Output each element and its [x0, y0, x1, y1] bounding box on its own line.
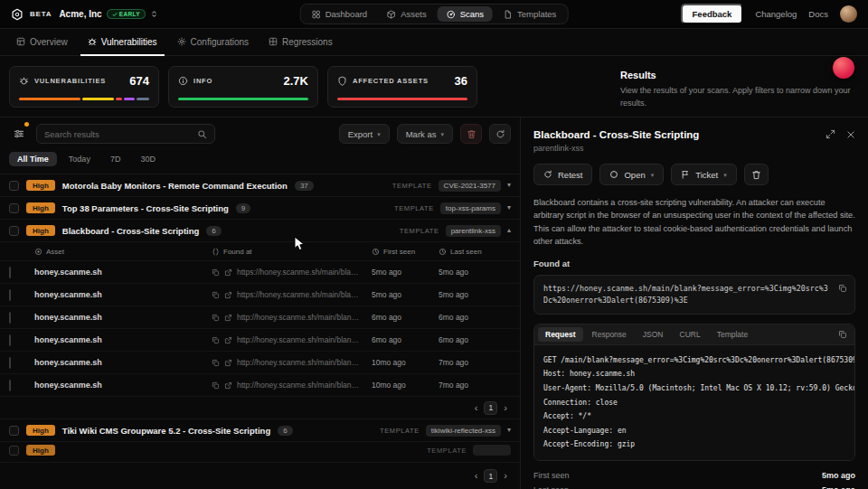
result-row[interactable]: honey.scanme.sh http://honey.scanme.sh/m… — [0, 374, 520, 397]
column-header-first-seen[interactable]: First seen — [383, 248, 415, 256]
found-at-url[interactable]: http://honey.scanme.sh/main/blank?messag… — [237, 358, 363, 367]
chevron-down-icon[interactable]: ▾ — [507, 204, 511, 212]
search-input[interactable] — [44, 129, 197, 139]
prev-page-icon[interactable]: ‹ — [475, 403, 478, 413]
tab-vulnerabilities[interactable]: Vulnerabilities — [80, 29, 165, 56]
nav-item-assets[interactable]: Assets — [378, 6, 436, 22]
column-header-found-at[interactable]: Found at — [223, 248, 252, 256]
column-header-asset[interactable]: Asset — [46, 248, 64, 256]
ticket-button[interactable]: Ticket ▾ — [671, 164, 737, 185]
user-avatar[interactable] — [840, 5, 857, 23]
retest-button[interactable]: Retest — [533, 164, 592, 185]
row-checkbox[interactable] — [9, 289, 11, 301]
time-filter-today[interactable]: Today — [61, 152, 99, 166]
tab-request[interactable]: Request — [538, 327, 583, 342]
row-checkbox[interactable] — [9, 426, 19, 436]
external-link-icon[interactable] — [224, 314, 232, 322]
chevron-up-icon[interactable]: ▴ — [507, 227, 511, 234]
tab-curl[interactable]: CURL — [673, 327, 708, 342]
row-checkbox[interactable] — [9, 267, 11, 278]
row-checkbox[interactable] — [9, 446, 19, 456]
page-number[interactable]: 1 — [484, 469, 497, 483]
time-filter-7d[interactable]: 7D — [102, 152, 129, 166]
nav-label: Dashboard — [326, 9, 367, 19]
result-row[interactable]: honey.scanme.sh http://honey.scanme.sh/m… — [0, 329, 520, 352]
vulnerability-row-partial[interactable]: High TEMPLATE — [0, 442, 520, 458]
time-filter-30d[interactable]: 30D — [132, 152, 164, 166]
row-checkbox[interactable] — [9, 181, 19, 191]
request-code[interactable]: GET /main/blank?message_error=%3Cimg%20s… — [534, 345, 854, 460]
vulnerability-row[interactable]: High Tiki Wiki CMS Groupware 5.2 - Cross… — [0, 419, 520, 442]
delete-result-button[interactable] — [744, 164, 769, 185]
tab-configurations[interactable]: Configurations — [170, 29, 256, 56]
vulnerability-row[interactable]: High Top 38 Parameters - Cross-Site Scri… — [0, 197, 520, 220]
result-row[interactable]: honey.scanme.sh https://honey.scanme.sh/… — [0, 284, 520, 306]
vulnerability-row-expanded[interactable]: High Blackboard - Cross-Site Scripting 6… — [0, 220, 520, 242]
org-switcher[interactable]: Acme, Inc EARLY — [59, 9, 158, 19]
found-at-url[interactable]: http://honey.scanme.sh/main/blank?messag… — [237, 381, 363, 390]
vulnerability-row[interactable]: High Motorola Baby Monitors - Remote Com… — [0, 174, 520, 197]
close-icon[interactable] — [846, 130, 855, 139]
tab-json[interactable]: JSON — [636, 327, 671, 342]
column-header-last-seen[interactable]: Last seen — [450, 248, 482, 256]
filter-button[interactable] — [9, 124, 29, 144]
found-at-url[interactable]: https://honey.scanme.sh/main/blank?messa… — [543, 284, 828, 305]
changelog-link[interactable]: Changelog — [755, 9, 797, 19]
copy-icon[interactable] — [212, 291, 220, 299]
support-launcher-button[interactable] — [833, 57, 854, 79]
docs-link[interactable]: Docs — [808, 9, 828, 19]
chevron-down-icon[interactable]: ▾ — [507, 182, 511, 189]
found-at-url[interactable]: http://honey.scanme.sh/main/blank?messag… — [237, 335, 363, 344]
row-checkbox[interactable] — [9, 380, 11, 391]
delete-button[interactable] — [460, 124, 482, 144]
found-at-url[interactable]: https://honey.scanme.sh/main/blank?messa… — [237, 268, 363, 277]
nav-item-scans[interactable]: Scans — [438, 6, 493, 22]
result-row[interactable]: honey.scanme.sh https://honey.scanme.sh/… — [0, 261, 520, 284]
vulnerability-title: Tiki Wiki CMS Groupware 5.2 - Cross-Site… — [62, 426, 270, 436]
copy-icon[interactable] — [212, 314, 220, 322]
tab-template[interactable]: Template — [710, 327, 756, 342]
copy-icon[interactable] — [212, 336, 220, 344]
row-checkbox[interactable] — [9, 334, 11, 346]
row-checkbox[interactable] — [9, 226, 19, 236]
nav-item-templates[interactable]: Templates — [495, 6, 565, 22]
tab-response[interactable]: Response — [585, 327, 634, 342]
chevron-down-icon[interactable]: ▾ — [507, 427, 511, 434]
row-checkbox[interactable] — [9, 203, 19, 213]
copy-icon[interactable] — [838, 330, 847, 339]
external-link-icon[interactable] — [224, 359, 232, 367]
tab-regressions[interactable]: Regressions — [261, 29, 340, 56]
result-row[interactable]: honey.scanme.sh http://honey.scanme.sh/m… — [0, 352, 520, 374]
feedback-button[interactable]: Feedback — [681, 4, 744, 24]
mark-as-button[interactable]: Mark as▾ — [397, 124, 453, 144]
external-link-icon[interactable] — [224, 268, 232, 277]
open-status-button[interactable]: Open ▾ — [599, 164, 664, 185]
row-checkbox[interactable] — [9, 312, 11, 324]
time-filter-all-time[interactable]: All Time — [9, 152, 57, 166]
stat-value: 2.7K — [284, 74, 308, 88]
export-button[interactable]: Export▾ — [339, 124, 390, 144]
copy-icon[interactable] — [212, 359, 220, 367]
found-at-url[interactable]: http://honey.scanme.sh/main/blank?messag… — [237, 313, 363, 322]
prev-page-icon[interactable]: ‹ — [475, 471, 478, 481]
copy-icon[interactable] — [212, 268, 220, 277]
refresh-button[interactable] — [489, 124, 511, 144]
next-page-icon[interactable]: › — [504, 471, 507, 481]
external-link-icon[interactable] — [224, 336, 232, 344]
tab-overview[interactable]: Overview — [9, 29, 75, 56]
row-checkbox[interactable] — [9, 357, 11, 369]
toolbar-actions: Export▾ Mark as▾ — [339, 124, 511, 144]
next-page-icon[interactable]: › — [504, 403, 507, 413]
result-row[interactable]: honey.scanme.sh http://honey.scanme.sh/m… — [0, 306, 520, 329]
found-at-url[interactable]: https://honey.scanme.sh/main/blank?messa… — [237, 290, 363, 299]
page-number[interactable]: 1 — [484, 401, 497, 415]
copy-icon[interactable] — [212, 381, 220, 390]
expand-icon[interactable] — [826, 129, 835, 139]
template-badge: CVE-2021-3577 — [439, 180, 501, 192]
external-link-icon[interactable] — [224, 381, 232, 390]
copy-icon[interactable] — [838, 284, 847, 293]
request-line: Accept-Language: en — [543, 424, 845, 438]
app-root: BETA Acme, Inc EARLY Dashboard Assets Sc… — [0, 0, 868, 489]
external-link-icon[interactable] — [224, 291, 232, 299]
nav-item-dashboard[interactable]: Dashboard — [303, 6, 376, 22]
